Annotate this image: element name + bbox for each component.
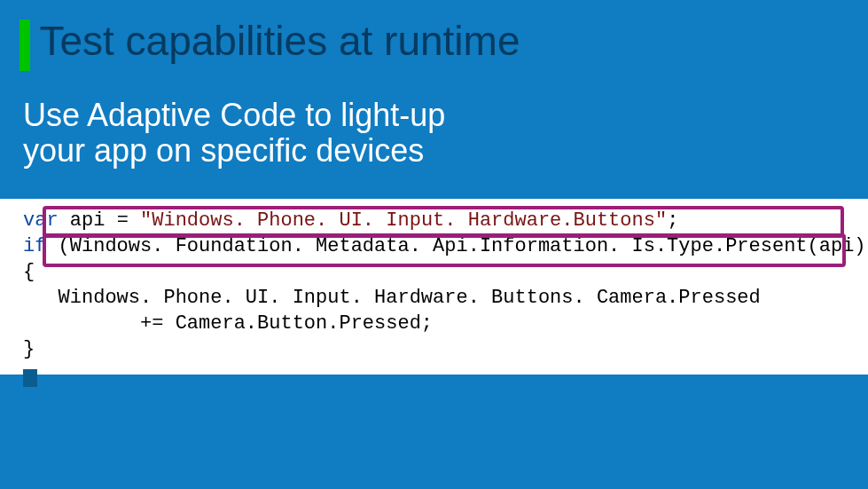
- subtitle-line-1: Use Adaptive Code to light-up: [23, 98, 445, 133]
- code-string-literal: "Windows. Phone. UI. Input. Hardware.But…: [140, 209, 667, 232]
- slide: Test capabilities at runtime Use Adaptiv…: [0, 0, 868, 489]
- code-eq: =: [117, 209, 140, 232]
- slide-title: Test capabilities at runtime: [39, 20, 520, 62]
- code-condition: (Windows. Foundation. Metadata. Api.Info…: [46, 235, 868, 257]
- title-block: Test capabilities at runtime: [20, 20, 520, 71]
- code-body-line-1: Windows. Phone. UI. Input. Hardware. But…: [23, 287, 761, 309]
- code-keyword-var: var: [23, 209, 59, 232]
- code-panel: var api = "Windows. Phone. UI. Input. Ha…: [0, 199, 868, 375]
- code-brace-close: }: [23, 338, 35, 360]
- code-brace-open: {: [23, 261, 35, 283]
- end-marker: [23, 369, 37, 387]
- subtitle-line-2: your app on specific devices: [23, 133, 445, 169]
- slide-subtitle: Use Adaptive Code to light-up your app o…: [23, 98, 445, 168]
- code-block: var api = "Windows. Phone. UI. Input. Ha…: [0, 208, 868, 362]
- title-accent-bar: [20, 20, 30, 71]
- code-body-line-2: += Camera.Button.Pressed;: [23, 312, 433, 335]
- code-semi-1: ;: [667, 209, 678, 232]
- code-keyword-if: if: [23, 235, 46, 257]
- code-varname: api: [59, 209, 117, 232]
